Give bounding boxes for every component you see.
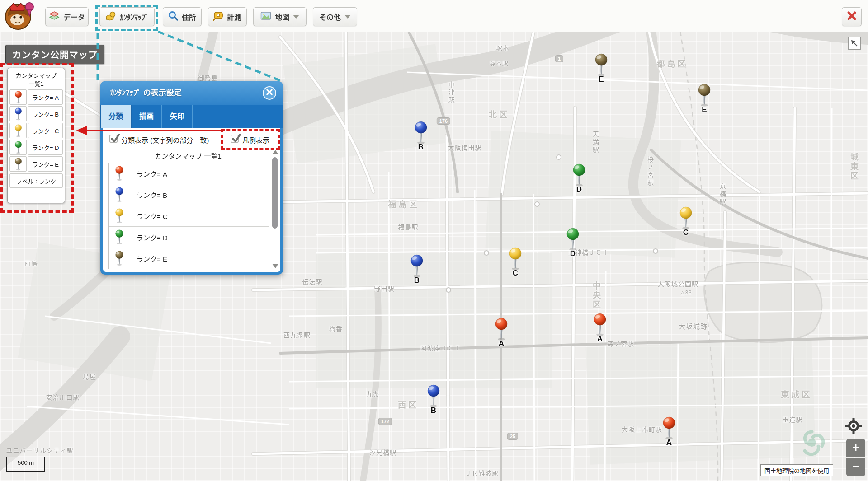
map-select-button-label: 地図 (275, 11, 289, 22)
rank-label-E: ランク= E (130, 248, 269, 269)
chevron-down-icon (344, 15, 351, 19)
data-button-label: データ (63, 11, 85, 22)
legend-title: カンタンマップ 一覧1 (8, 72, 65, 88)
dialog-list-title: カンタンマップ 一覧1 (103, 151, 273, 160)
map-place-label: 東成区 (781, 388, 812, 400)
kantan-map-button[interactable]: ｶﾝﾀﾝﾏｯﾌﾟ (99, 7, 155, 26)
dialog-tab-bar: 分類 描画 矢印 (100, 105, 283, 128)
locate-crosshair-button[interactable] (845, 418, 862, 434)
rank-list-row-A[interactable]: ランク= A (109, 163, 269, 184)
arrow-up-left-icon (850, 39, 859, 48)
route-shield: 25 (507, 433, 518, 440)
rank-list-row-E[interactable]: ランク= E (109, 248, 269, 269)
rank-label-B: ランク= B (130, 184, 269, 205)
map-pin-B[interactable] (409, 254, 425, 280)
map-pin-E[interactable] (697, 84, 712, 109)
rank-list-row-C[interactable]: ランク= C (109, 205, 269, 227)
map-place-label: 伝法駅 (302, 277, 323, 286)
tab-drawing[interactable]: 描画 (131, 105, 162, 128)
map-place-label: △33 (680, 290, 692, 296)
map-image-icon (260, 11, 271, 23)
map-pin-A[interactable] (494, 318, 509, 343)
map-place-label: 塚本 (496, 43, 509, 52)
map-pin-A[interactable] (661, 416, 677, 442)
rank-list-row-B[interactable]: ランク= B (109, 184, 269, 205)
tab-classification[interactable]: 分類 (100, 105, 131, 128)
map-place-label: 阿波座ＪＣＴ (420, 343, 461, 352)
dialog-content: 分類表示 (文字列の部分一致) 凡例表示 カンタンマップ 一覧1 ランク= A (103, 128, 280, 272)
tab-arrow[interactable]: 矢印 (162, 105, 193, 128)
legend-row-E: ランク= E (9, 156, 63, 172)
map-pin-C[interactable] (678, 206, 693, 232)
map-place-label: ユニバーサルシティ駅 (6, 445, 74, 454)
pin-icon-C (109, 205, 130, 226)
gsi-logo-watermark (792, 425, 832, 460)
classification-checkbox[interactable] (109, 135, 118, 143)
legend-footer-label: ラベル : ランク (9, 173, 63, 188)
map-pin-E[interactable] (594, 53, 609, 79)
dialog-title: ｶﾝﾀﾝﾏｯﾌﾟ の表示設定 (110, 81, 182, 105)
address-button[interactable]: 住所 (163, 7, 202, 26)
map-pin-D[interactable] (565, 228, 580, 253)
map-place-label: 大阪上本町駅 (622, 425, 662, 434)
map-place-label: 大坂城跡 (679, 321, 708, 331)
rank-label-C: ランク= C (130, 205, 269, 226)
search-icon (168, 11, 178, 23)
scroll-up-arrow[interactable] (272, 150, 278, 154)
map-place-label: 安治川口駅 (46, 392, 80, 402)
app-logo (4, 1, 35, 33)
pin-icon-A (109, 163, 130, 184)
legend-label-D: ランク= D (28, 140, 63, 155)
rank-label-A: ランク= A (130, 163, 269, 184)
map-pin-A[interactable] (592, 313, 608, 338)
map-place-label: 京橋駅 (718, 183, 727, 206)
scroll-down-arrow[interactable] (272, 264, 278, 268)
pin-icon-D (9, 140, 27, 155)
zoom-out-button[interactable]: − (846, 458, 865, 476)
kantan-character-icon (105, 11, 116, 23)
legend-label-A: ランク= A (28, 89, 63, 105)
map-pin-C[interactable] (508, 247, 523, 272)
map-place-label: 北区 (489, 108, 509, 120)
close-app-button[interactable] (842, 7, 862, 26)
map-pin-B[interactable] (413, 121, 429, 146)
others-button[interactable]: その他 (313, 7, 357, 26)
legend-display-checkbox[interactable] (231, 135, 239, 143)
pin-icon-C (9, 123, 27, 138)
pin-icon-B (109, 184, 130, 205)
map-place-label: 島屋 (83, 372, 96, 381)
others-button-label: その他 (319, 11, 341, 22)
map-place-label: 大阪梅田駅 (448, 143, 482, 152)
scrollbar (271, 150, 278, 268)
map-place-label: 中央区 (590, 282, 602, 310)
classification-checkbox-label: 分類表示 (文字列の部分一致) (121, 135, 209, 145)
pin-icon-D (109, 227, 130, 248)
map-place-label: 大阪城公園駅 (658, 279, 698, 288)
measure-tape-icon (213, 11, 223, 23)
rank-label-D: ランク= D (130, 227, 269, 248)
map-select-button[interactable]: 地図 (253, 7, 307, 26)
map-place-label: 中津駅 (447, 81, 456, 104)
rank-list: ランク= A ランク= B ランク= C (108, 163, 269, 269)
legend-row-A: ランク= A (9, 89, 63, 105)
map-pin-D[interactable] (571, 163, 587, 189)
map-pin-B[interactable] (426, 384, 441, 410)
legend-row-D: ランク= D (9, 140, 63, 155)
dialog-close-button[interactable] (263, 86, 276, 100)
collapse-panel-button[interactable] (848, 37, 861, 50)
map-place-label: ＪＲ難波駅 (465, 468, 499, 477)
public-map-badge: カンタン公開マップ (5, 45, 104, 64)
zoom-in-button[interactable]: + (846, 439, 865, 457)
data-button[interactable]: データ (45, 7, 89, 26)
rank-list-row-D[interactable]: ランク= D (109, 227, 269, 248)
pin-icon-E (9, 156, 27, 172)
map-place-label: 都島区 (657, 57, 688, 69)
measure-button[interactable]: 計測 (208, 7, 247, 26)
map-place-label: 梅香 (329, 324, 343, 333)
map-place-label: 玉造駅 (783, 415, 803, 424)
map-place-label: 汐見橋駅 (369, 448, 396, 457)
scroll-thumb[interactable] (272, 157, 278, 229)
pin-icon-A (9, 89, 27, 105)
toolbar: データ ｶﾝﾀﾝﾏｯﾌﾟ 住所 計測 (0, 0, 868, 32)
route-shield: 172 (378, 418, 392, 425)
